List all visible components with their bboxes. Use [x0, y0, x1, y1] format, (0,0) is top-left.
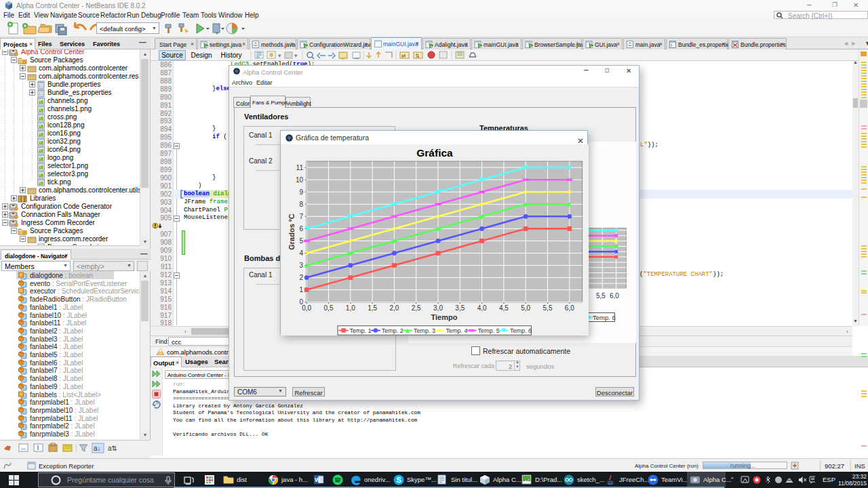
- svg-text:▾: ▾: [278, 52, 281, 59]
- svg-text:▾: ▾: [294, 52, 298, 59]
- svg-text:Tiempo: Tiempo: [431, 313, 458, 321]
- svg-text:2: 2: [299, 274, 303, 281]
- svg-text:5,5: 5,5: [543, 304, 553, 312]
- svg-text:0,5: 0,5: [324, 304, 334, 312]
- svg-text:7: 7: [299, 213, 303, 220]
- svg-text:Temp. 6: Temp. 6: [510, 327, 532, 334]
- svg-text:Temp. 3: Temp. 3: [414, 327, 435, 334]
- svg-text:4,5: 4,5: [499, 304, 509, 312]
- svg-text:3: 3: [299, 262, 303, 269]
- svg-text:2,5: 2,5: [412, 304, 421, 312]
- svg-text:Grados ºC: Grados ºC: [288, 214, 296, 250]
- svg-text:0,0: 0,0: [302, 304, 311, 312]
- svg-text:5,0: 5,0: [521, 304, 530, 312]
- svg-text:1,0: 1,0: [346, 304, 355, 312]
- svg-text:6,0: 6,0: [565, 304, 574, 312]
- svg-text:Temp. 5: Temp. 5: [478, 327, 500, 334]
- svg-text:Gráfica: Gráfica: [416, 147, 453, 159]
- svg-text:a⇅: a⇅: [108, 445, 117, 452]
- svg-text:Temp. 2: Temp. 2: [382, 327, 403, 334]
- svg-text:1,5: 1,5: [368, 304, 377, 312]
- svg-text:Temp. 1: Temp. 1: [350, 327, 372, 334]
- svg-text:2,0: 2,0: [389, 304, 399, 312]
- svg-text:10: 10: [296, 176, 304, 184]
- svg-text:4: 4: [299, 249, 303, 257]
- svg-text:⇅: ⇅: [415, 53, 420, 59]
- svg-text:3,0: 3,0: [433, 304, 443, 312]
- svg-text:⚙: ⚙: [155, 401, 159, 405]
- svg-text:6: 6: [299, 225, 303, 232]
- svg-text:8: 8: [299, 201, 303, 208]
- svg-text:9: 9: [299, 188, 303, 196]
- svg-text:1: 1: [299, 286, 303, 293]
- svg-text:11: 11: [296, 164, 304, 171]
- svg-text:a↓: a↓: [94, 445, 101, 452]
- svg-text:S: S: [397, 476, 401, 484]
- svg-text:4,0: 4,0: [477, 304, 487, 312]
- svg-text:Temp. 4: Temp. 4: [446, 327, 467, 334]
- svg-text:5: 5: [299, 237, 303, 245]
- svg-text:3,5: 3,5: [455, 304, 465, 312]
- svg-text:W: W: [315, 476, 321, 483]
- svg-text:⇄: ⇄: [401, 53, 406, 59]
